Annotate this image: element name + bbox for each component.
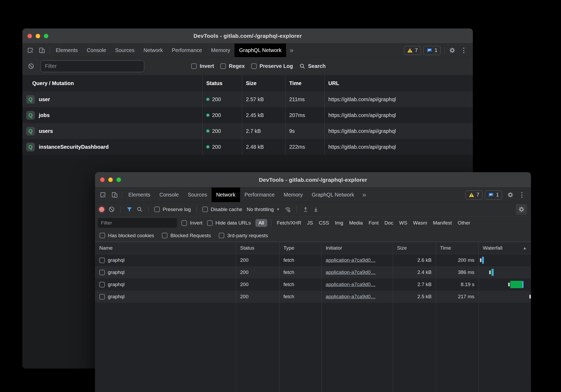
titlebar[interactable]: DevTools - gitlab.com/-/graphql-explorer [95, 172, 531, 188]
more-tabs-icon[interactable]: » [286, 44, 297, 57]
record-button[interactable] [99, 207, 104, 212]
request-checkbox[interactable] [99, 294, 105, 300]
query-row[interactable]: Qjobs 200 2.45 kB 207ms https://gitlab.c… [22, 107, 473, 123]
column-initiator[interactable]: Initiator [321, 242, 393, 254]
filter-input[interactable] [98, 218, 177, 228]
query-name: user [39, 96, 50, 102]
zoom-window-button[interactable] [116, 178, 121, 182]
clear-icon[interactable] [108, 206, 115, 213]
chip-js[interactable]: JS [305, 219, 315, 227]
network-request-row[interactable]: graphql 200 fetch application-a7ca9d0… 2… [95, 278, 531, 291]
kebab-menu-icon[interactable]: ⋮ [458, 44, 470, 57]
column-time[interactable]: Time [436, 242, 479, 254]
column-size[interactable]: Size [242, 75, 285, 91]
network-request-row[interactable]: graphql 200 fetch application-a7ca9d0… 2… [95, 291, 531, 303]
filter-input[interactable] [41, 60, 144, 72]
network-settings-gear-icon[interactable] [516, 204, 527, 215]
issues-badge[interactable]: 1 [423, 46, 441, 55]
kebab-menu-icon[interactable]: ⋮ [516, 188, 528, 202]
import-har-icon[interactable] [302, 206, 309, 213]
zoom-window-button[interactable] [44, 34, 48, 38]
column-waterfall[interactable]: Waterfall ▲ [479, 242, 531, 254]
chip-all[interactable]: All [255, 219, 267, 227]
tab-sources[interactable]: Sources [183, 188, 212, 202]
titlebar[interactable]: DevTools - gitlab.com/-/graphql-explorer [22, 29, 473, 44]
device-toolbar-icon[interactable] [109, 188, 120, 202]
status-dot [206, 129, 209, 133]
tab-elements[interactable]: Elements [124, 188, 155, 202]
warnings-badge[interactable]: 7 [404, 46, 421, 55]
chip-other[interactable]: Other [456, 219, 472, 227]
filter-funnel-icon[interactable] [126, 206, 133, 213]
chip-wasm[interactable]: Wasm [411, 219, 429, 227]
search-icon[interactable] [137, 206, 143, 213]
chip-media[interactable]: Media [347, 219, 365, 227]
graphql-table-body: Quser 200 2.57 kB 211ms https://gitlab.c… [22, 91, 473, 155]
clear-icon[interactable] [28, 63, 34, 69]
column-time[interactable]: Time [285, 75, 324, 91]
more-tabs-icon[interactable]: » [359, 188, 370, 202]
tab-memory[interactable]: Memory [279, 188, 307, 202]
waterfall-bar [508, 283, 510, 286]
query-type-badge: Q [26, 95, 35, 104]
minimize-window-button[interactable] [36, 34, 40, 38]
tab-memory[interactable]: Memory [207, 44, 235, 57]
query-row[interactable]: QinstanceSecurityDashboard 200 2.48 kB 2… [22, 139, 473, 155]
column-type[interactable]: Type [279, 242, 321, 254]
request-name: graphql [108, 282, 124, 287]
initiator-link[interactable]: application-a7ca9d0… [326, 282, 376, 287]
search-control[interactable]: Search [299, 63, 326, 69]
chip-ws[interactable]: WS [397, 219, 409, 227]
query-row[interactable]: Quser 200 2.57 kB 211ms https://gitlab.c… [22, 91, 473, 107]
tab-network[interactable]: Network [212, 188, 240, 202]
tab-graphql-network[interactable]: GraphQL Network [235, 44, 286, 57]
request-checkbox[interactable] [99, 258, 105, 263]
column-status[interactable]: Status [202, 75, 242, 91]
tab-console[interactable]: Console [155, 188, 183, 202]
tab-console[interactable]: Console [82, 44, 110, 57]
export-har-icon[interactable] [313, 206, 319, 213]
sort-ascending-icon: ▲ [523, 246, 527, 250]
tab-graphql-network[interactable]: GraphQL Network [307, 188, 358, 202]
initiator-link[interactable]: application-a7ca9d0… [326, 269, 376, 275]
inspect-element-icon[interactable] [97, 188, 109, 202]
network-request-row[interactable]: graphql 200 fetch application-a7ca9d0… 2… [95, 254, 531, 266]
device-toolbar-icon[interactable] [36, 44, 48, 57]
chip-fetch-xhr[interactable]: Fetch/XHR [275, 219, 303, 227]
request-checkbox[interactable] [99, 282, 105, 287]
network-request-row[interactable]: graphql 200 fetch application-a7ca9d0… 2… [95, 266, 531, 278]
column-size[interactable]: Size [393, 242, 436, 254]
status-dot [206, 145, 209, 148]
initiator-link[interactable]: application-a7ca9d0… [326, 257, 376, 263]
inspect-element-icon[interactable] [25, 44, 36, 57]
tab-elements[interactable]: Elements [51, 44, 82, 57]
chip-manifest[interactable]: Manifest [431, 219, 454, 227]
waterfall-cell [479, 278, 531, 291]
throttling-dropdown[interactable]: No throttling ▼ [246, 207, 280, 212]
waterfall-cell [479, 266, 531, 278]
chip-css[interactable]: CSS [317, 219, 331, 227]
minimize-window-button[interactable] [108, 178, 113, 182]
tab-performance[interactable]: Performance [167, 44, 207, 57]
query-row[interactable]: Qusers 200 2.7 kB 9s https://gitlab.com/… [22, 123, 473, 139]
column-query-mutation[interactable]: Query / Mutation [22, 75, 202, 91]
close-window-button[interactable] [27, 34, 32, 38]
column-status[interactable]: Status [236, 242, 279, 254]
request-checkbox[interactable] [99, 270, 105, 275]
settings-gear-icon[interactable] [446, 44, 458, 57]
issues-badge[interactable]: 1 [485, 190, 502, 199]
chip-doc[interactable]: Doc [382, 219, 395, 227]
tab-network[interactable]: Network [139, 44, 167, 57]
column-url[interactable]: URL [324, 75, 473, 91]
warnings-badge[interactable]: 7 [465, 190, 483, 199]
tab-sources[interactable]: Sources [111, 44, 139, 57]
tab-performance[interactable]: Performance [240, 188, 279, 202]
network-conditions-icon[interactable] [284, 206, 291, 213]
initiator-link[interactable]: application-a7ca9d0… [326, 294, 376, 300]
close-window-button[interactable] [100, 178, 105, 182]
preserve-log-checkbox: Preserve log [154, 207, 191, 212]
chip-font[interactable]: Font [367, 219, 380, 227]
column-name[interactable]: Name [95, 242, 236, 254]
settings-gear-icon[interactable] [504, 188, 516, 202]
chip-img[interactable]: Img [333, 219, 345, 227]
